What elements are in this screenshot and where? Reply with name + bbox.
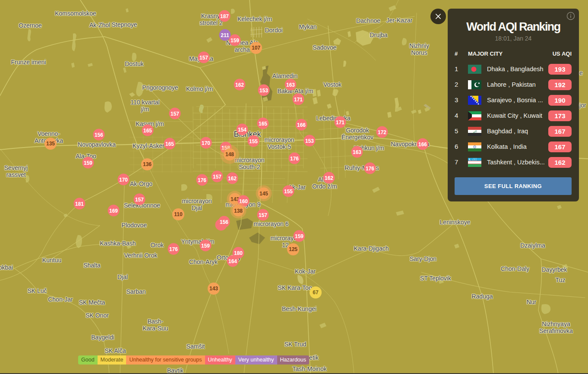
svg-text:اكبر: اكبر bbox=[472, 130, 477, 133]
